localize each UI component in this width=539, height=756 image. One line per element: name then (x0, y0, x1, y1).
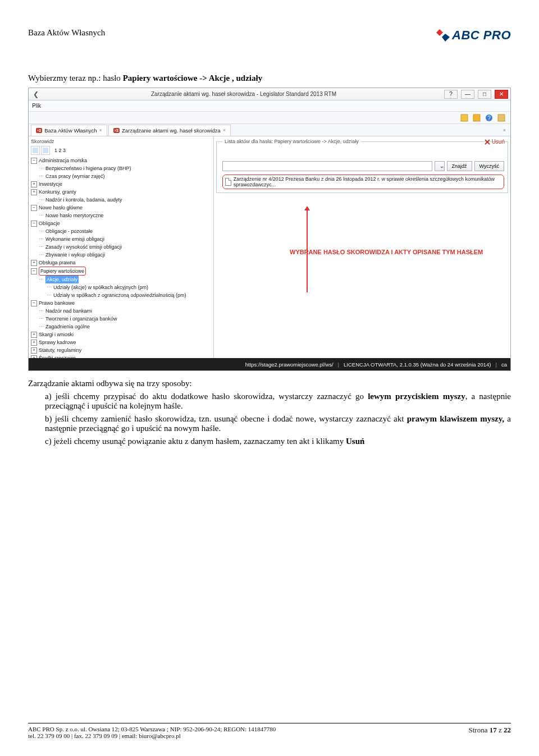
svg-rect-8 (43, 148, 48, 153)
body-intro: Zarządzanie aktami odbywa się na trzy sp… (28, 379, 511, 388)
toolbar-icon-help[interactable]: ? (485, 113, 494, 122)
group-skorowidz-label: Skorowidz (31, 139, 211, 144)
svg-marker-1 (442, 34, 450, 42)
logo-icon (436, 29, 450, 42)
tabs-close-all-icon[interactable]: × (503, 127, 510, 133)
svg-rect-3 (473, 114, 480, 121)
logo-abcpro: ABC PRO (436, 28, 511, 43)
list-item: c) jeżeli chcemy usunąć powiązanie aktu … (45, 437, 511, 446)
paragraph-intro: Wybierzmy teraz np.: hasło Papiery warto… (28, 74, 511, 83)
view-expand-icon[interactable] (31, 146, 40, 155)
tab-zarzadzanie[interactable]: ›3Zarządzanie aktami wg. haseł skorowidz… (108, 125, 231, 136)
statusbar: https://stage2.prawomiejscowe.pl/ws/ | L… (29, 358, 510, 370)
close-button[interactable]: ✕ (495, 90, 508, 99)
help-button[interactable]: ? (444, 90, 458, 99)
toolbar-icon-3[interactable] (497, 113, 506, 122)
app-screenshot: ❮ Zarządzanie aktami wg. haseł skorowidz… (28, 88, 511, 371)
tab-baza-aktow[interactable]: ›3Baza Aktów Własnych× (31, 125, 107, 136)
result-row[interactable]: Zarządzenie nr 4/2012 Prezesa Banku z dn… (222, 175, 504, 189)
svg-rect-6 (498, 114, 505, 121)
clear-button[interactable]: Wyczyść (474, 161, 504, 171)
annotation-caption: WYBRANE HASŁO SKOROWIDZA I AKTY OPISANE … (290, 249, 483, 255)
list-item: a) jeśli chcemy przypisać do aktu dodatk… (45, 392, 511, 411)
window-title: Zarządzanie aktami wg. haseł skorowidza … (43, 91, 444, 97)
body-text: Zarządzanie aktami odbywa się na trzy sp… (28, 379, 511, 446)
minimize-button[interactable]: — (461, 90, 474, 99)
titlebar: ❮ Zarządzanie aktami wg. haseł skorowidz… (29, 88, 510, 100)
svg-marker-0 (436, 29, 443, 36)
toolbar: ? (29, 112, 510, 124)
tree-node-selected: Akcje, udziały (45, 276, 79, 283)
view-levels[interactable]: 1 2 3 (54, 148, 66, 153)
status-tail: ca (501, 361, 507, 368)
delete-icon (485, 139, 490, 145)
page-number: Strona 17 z 22 (469, 726, 511, 739)
dropdown-button[interactable]: ⌄ (435, 161, 445, 171)
close-icon[interactable]: × (223, 127, 226, 133)
right-pane: Lista aktów dla hasła: Papiery wartościo… (214, 136, 510, 358)
svg-text:?: ? (487, 115, 491, 121)
toolbar-icon-2[interactable] (472, 113, 481, 122)
results-legend: Lista aktów dla hasła: Papiery wartościo… (222, 139, 361, 144)
menu-plik[interactable]: Plik (32, 103, 41, 109)
footer-company: ABC PRO Sp. z o.o. ul. Owsiana 12; 03-82… (28, 726, 276, 739)
toolbar-icon-1[interactable] (460, 113, 469, 122)
results-fieldset: Lista aktów dla hasła: Papiery wartościo… (216, 139, 508, 193)
svg-rect-2 (461, 114, 468, 121)
tree[interactable]: −Administracja morska ⋯Bezpieczeństwo i … (31, 157, 211, 358)
menubar: Plik (29, 100, 510, 112)
close-icon[interactable]: × (99, 127, 102, 133)
tree-node-highlight: Papiery wartościowe (39, 267, 86, 276)
delete-button[interactable]: Usuń (485, 139, 505, 145)
left-pane: Skorowidz 1 2 3 −Administracja morska ⋯B… (29, 136, 214, 358)
page-footer: ABC PRO Sp. z o.o. ul. Owsiana 12; 03-82… (28, 723, 511, 739)
tabs-row: ›3Baza Aktów Własnych× ›3Zarządzanie akt… (29, 124, 510, 136)
search-input[interactable] (222, 161, 432, 171)
list-item: b) jeśli chcemy zamienić hasło skorowidz… (45, 414, 511, 433)
maximize-button[interactable]: □ (478, 90, 491, 99)
status-license: LICENCJA OTWARTA, 2.1.0.35 (Ważna do 24 … (344, 361, 491, 368)
result-text: Zarządzenie nr 4/2012 Prezesa Banku z dn… (234, 176, 501, 187)
document-icon (225, 178, 231, 186)
header-title: Baza Aktów Własnych (28, 28, 105, 38)
find-button[interactable]: Znajdź (447, 161, 472, 171)
back-icon[interactable]: ❮ (29, 90, 43, 98)
view-collapse-icon[interactable] (41, 146, 50, 155)
document-header: Baza Aktów Własnych ABC PRO (28, 28, 511, 43)
status-url: https://stage2.prawomiejscowe.pl/ws/ (245, 361, 334, 368)
svg-rect-7 (33, 148, 38, 153)
